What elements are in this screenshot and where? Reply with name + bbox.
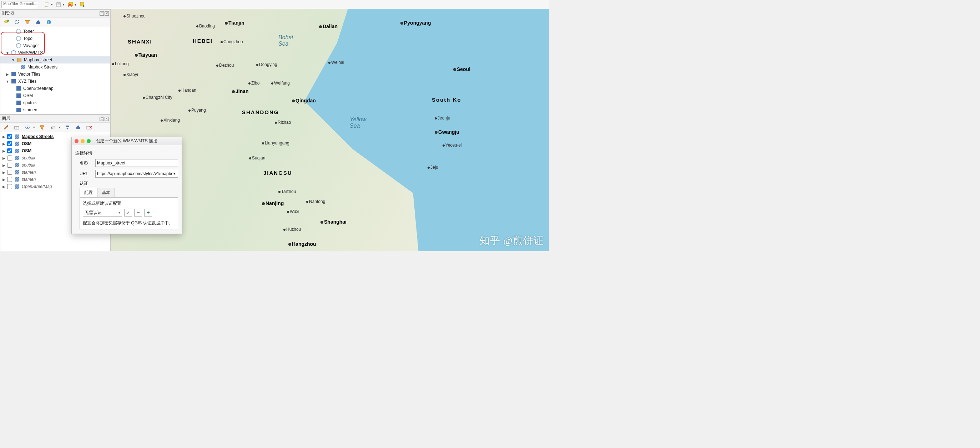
tab-config[interactable]: 配置 — [80, 188, 97, 197]
city-label: Pyongyang — [401, 20, 431, 26]
layer-visibility-checkbox[interactable] — [7, 184, 12, 189]
tree-twisty[interactable]: ▶ — [2, 149, 6, 153]
bookmark-icon[interactable] — [78, 1, 86, 8]
city-label: Nanjing — [262, 200, 284, 206]
tree-label: OSM — [22, 93, 33, 98]
layer-visibility-checkbox[interactable] — [7, 170, 12, 175]
collapse-all-icon[interactable] — [75, 124, 82, 131]
new-layer-icon[interactable] — [55, 1, 62, 8]
style-icon[interactable] — [3, 124, 10, 131]
raster-icon — [14, 155, 20, 161]
browser-item[interactable]: Toner — [0, 28, 110, 35]
browser-item[interactable]: sputnik — [0, 99, 110, 106]
auth-remove-button[interactable] — [134, 209, 142, 216]
refresh-icon[interactable] — [13, 19, 20, 26]
add-layer-icon[interactable]: + — [3, 19, 10, 26]
city-label: Zibo — [248, 81, 259, 86]
connection-name-input[interactable] — [95, 159, 178, 167]
tree-twisty[interactable]: ▼ — [5, 79, 10, 83]
tab-basic[interactable]: 基本 — [97, 188, 115, 197]
layer-label: sputnik — [21, 163, 35, 168]
url-label: URL — [80, 171, 95, 176]
tree-twisty[interactable]: ▶ — [2, 135, 6, 139]
auth-prompt: 选择或新建认证配置 — [83, 200, 175, 207]
browser-close-button[interactable]: ✕ — [105, 11, 109, 16]
tree-twisty[interactable]: ▶ — [2, 185, 6, 189]
svg-point-9 — [83, 5, 84, 7]
collapse-icon[interactable] — [35, 19, 42, 26]
layer-visibility-checkbox[interactable] — [7, 141, 12, 146]
layer-visibility-checkbox[interactable] — [7, 134, 12, 139]
browser-item[interactable]: Topo — [0, 35, 110, 42]
browser-item[interactable]: ▶Vector Tiles — [0, 71, 110, 78]
city-label: Weifang — [271, 81, 290, 86]
city-label: Shanghai — [320, 219, 347, 225]
remove-layer-icon[interactable] — [85, 124, 92, 131]
tree-twisty[interactable]: ▼ — [5, 51, 10, 55]
province-label: JIANGSU — [263, 170, 292, 176]
auth-config-select[interactable]: 无需认证▾ — [83, 209, 122, 216]
scratch-layer-icon[interactable] — [43, 1, 50, 8]
layers-undock-button[interactable]: ❐ — [100, 117, 104, 121]
city-label: Lianyungang — [262, 141, 290, 146]
tree-twisty[interactable]: ▶ — [2, 156, 6, 160]
city-label: Rizhao — [275, 120, 291, 125]
browser-panel: 浏览器 ❐ ✕ + i TonerTopoVoyager▼WMS/WMTS▼Ma… — [0, 9, 111, 114]
layers-close-button[interactable]: ✕ — [105, 117, 109, 121]
tree-twisty[interactable]: ▶ — [2, 142, 6, 146]
info-icon[interactable]: i — [45, 19, 52, 26]
sea-label: BohaiSea — [278, 34, 293, 47]
tree-label: sputnik — [22, 100, 37, 105]
tree-label: Toner — [22, 29, 34, 34]
tree-label: WMS/WMTS — [18, 50, 43, 55]
svg-text:+: + — [7, 20, 9, 22]
tree-twisty[interactable]: ▼ — [11, 58, 15, 62]
tree-twisty[interactable]: ▶ — [2, 170, 6, 175]
expand-all-icon[interactable] — [64, 124, 71, 131]
browser-item[interactable]: Voyager — [0, 42, 110, 49]
browser-item[interactable]: OSM — [0, 92, 110, 99]
filter-icon[interactable] — [24, 19, 31, 26]
svg-point-19 — [7, 126, 8, 127]
browser-item[interactable]: stamen — [0, 106, 110, 113]
raster-icon — [14, 148, 20, 154]
city-label: Shuozhou — [124, 14, 146, 19]
geocoder-input[interactable]: MapTiler Geocodi... — [2, 1, 37, 8]
filter-layers-icon[interactable] — [38, 124, 46, 131]
browser-item[interactable]: ▼WMS/WMTS — [0, 49, 110, 56]
add-group-icon[interactable] — [13, 124, 20, 131]
connection-url-input[interactable] — [95, 170, 178, 178]
layer-visibility-checkbox[interactable] — [7, 177, 12, 182]
tree-label: stamen — [22, 107, 37, 112]
browser-item[interactable]: Mapbox Streets — [0, 64, 110, 71]
remove-layers-icon[interactable] — [67, 1, 74, 8]
browser-undock-button[interactable]: ❐ — [100, 11, 104, 16]
svg-rect-15 — [37, 22, 40, 24]
tree-twisty[interactable]: ▶ — [5, 72, 10, 76]
browser-tree[interactable]: TonerTopoVoyager▼WMS/WMTS▼Mapbox_streetM… — [0, 27, 110, 114]
city-label: Nantong — [306, 199, 325, 204]
svg-marker-13 — [18, 20, 19, 21]
browser-item[interactable]: ▼XYZ Tiles — [0, 78, 110, 85]
browser-item[interactable]: ▼Mapbox_street — [0, 56, 110, 64]
tree-twisty[interactable]: ▶ — [2, 164, 6, 167]
svg-point-23 — [27, 127, 28, 128]
dialog-titlebar[interactable]: 创建一个新的 WMS/WMTS 连接 — [72, 137, 181, 145]
layer-visibility-checkbox[interactable] — [7, 163, 12, 168]
city-label: Cangzhou — [221, 39, 243, 44]
grid-icon — [16, 107, 21, 113]
svg-rect-27 — [76, 127, 80, 129]
auth-edit-button[interactable] — [124, 209, 132, 216]
city-label: Tianjin — [225, 20, 245, 26]
city-label: Xiaoyi — [124, 72, 138, 77]
raster-icon — [14, 184, 20, 189]
expression-icon[interactable]: ε□ — [49, 124, 56, 131]
svg-marker-16 — [37, 20, 40, 22]
layer-visibility-checkbox[interactable] — [7, 148, 12, 153]
browser-item[interactable]: OpenStreetMap — [0, 85, 110, 92]
tree-twisty[interactable]: ▶ — [2, 178, 6, 181]
auth-add-button[interactable] — [144, 209, 152, 216]
city-label: Taiyuan — [135, 52, 157, 58]
layer-visibility-checkbox[interactable] — [7, 156, 12, 160]
visibility-icon[interactable] — [24, 124, 31, 131]
